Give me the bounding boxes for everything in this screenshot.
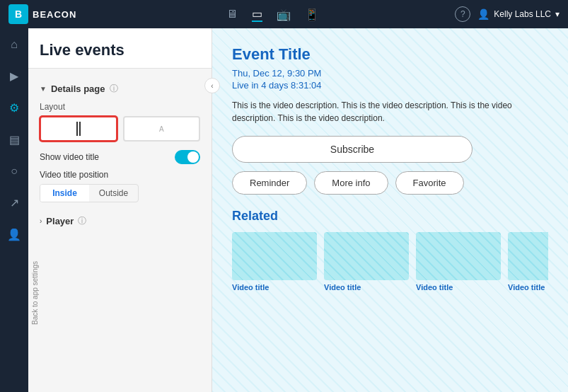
related-label-2: Video title bbox=[324, 283, 409, 292]
related-grid: Video title Video title Video title Vide… bbox=[232, 232, 548, 292]
details-section-label: Details page bbox=[51, 83, 105, 94]
sidebar-video[interactable]: ▶ bbox=[7, 67, 21, 86]
settings-panel: Live events ‹ ▼ Details page ⓘ Layout A bbox=[28, 28, 212, 392]
show-video-title-row: Show video title bbox=[40, 150, 200, 164]
sidebar-circle[interactable]: ○ bbox=[8, 162, 21, 180]
details-info-icon: ⓘ bbox=[110, 83, 118, 95]
top-nav: B BEACON 🖥 ▭ 📺 📱 ? 👤 Kelly Labs LLC ▾ bbox=[0, 0, 568, 28]
position-tab-outside[interactable]: Outside bbox=[89, 185, 138, 202]
main-layout: ⌂ ▶ ⚙ ▤ ○ ↗ 👤 Live events ‹ ▼ Details pa… bbox=[0, 28, 568, 392]
back-to-app-label[interactable]: Back to app settings bbox=[28, 257, 42, 329]
event-date: Thu, Dec 12, 9:30 PM bbox=[232, 68, 548, 79]
sidebar-settings[interactable]: ⚙ bbox=[6, 98, 22, 117]
help-button[interactable]: ? bbox=[455, 6, 470, 22]
related-label-1: Video title bbox=[232, 283, 317, 292]
sidebar-person[interactable]: 👤 bbox=[4, 225, 24, 244]
user-menu[interactable]: 👤 Kelly Labs LLC ▾ bbox=[477, 8, 560, 20]
details-section-header[interactable]: ▼ Details page ⓘ bbox=[40, 83, 200, 95]
player-label: Player bbox=[46, 216, 74, 226]
favorite-button[interactable]: Favorite bbox=[395, 171, 464, 195]
preview-area: Event Title Thu, Dec 12, 9:30 PM Live in… bbox=[212, 28, 568, 392]
related-card-3: Video title bbox=[416, 232, 501, 292]
sidebar-calendar[interactable]: ▤ bbox=[6, 130, 23, 149]
related-card-1: Video title bbox=[232, 232, 317, 292]
related-thumb-4 bbox=[508, 232, 548, 280]
logo-text: BEACON bbox=[33, 9, 76, 20]
page-title: Live events bbox=[28, 28, 211, 69]
event-countdown: Live in 4 days 8:31:04 bbox=[232, 80, 548, 91]
settings-content: ▼ Details page ⓘ Layout A Show video tit… bbox=[28, 69, 211, 392]
player-section: › Player ⓘ bbox=[28, 209, 211, 233]
show-video-title-label: Show video title bbox=[40, 152, 99, 162]
player-info-icon: ⓘ bbox=[78, 215, 86, 227]
nav-right: ? 👤 Kelly Labs LLC ▾ bbox=[455, 6, 560, 22]
monitor-icon[interactable]: 🖥 bbox=[226, 8, 238, 21]
video-title-position-label: Video title position bbox=[40, 170, 200, 180]
details-arrow-icon: ▼ bbox=[40, 85, 47, 93]
related-label-3: Video title bbox=[416, 283, 501, 292]
event-title: Event Title bbox=[232, 45, 548, 64]
layout-options: A bbox=[40, 116, 200, 142]
user-label: Kelly Labs LLC bbox=[494, 9, 551, 19]
player-arrow-icon: › bbox=[40, 217, 42, 225]
user-icon: 👤 bbox=[477, 8, 489, 20]
logo-icon: B bbox=[8, 4, 28, 24]
tv-icon[interactable]: 📺 bbox=[277, 8, 291, 21]
related-card-2: Video title bbox=[324, 232, 409, 292]
layout-label: Layout bbox=[40, 102, 200, 112]
tablet-icon[interactable]: ▭ bbox=[252, 7, 262, 22]
app-logo[interactable]: B BEACON bbox=[8, 4, 76, 24]
related-label-4: Video title bbox=[508, 283, 548, 292]
dropdown-arrow: ▾ bbox=[555, 9, 560, 19]
related-thumb-2 bbox=[324, 232, 409, 280]
details-section: ▼ Details page ⓘ Layout A Show video tit… bbox=[28, 76, 211, 209]
position-tab-inside[interactable]: Inside bbox=[40, 185, 89, 202]
collapse-button[interactable]: ‹ bbox=[204, 78, 220, 93]
sidebar-home[interactable]: ⌂ bbox=[8, 35, 21, 54]
layout-option-2[interactable]: A bbox=[123, 116, 201, 142]
layout-bar-2 bbox=[79, 122, 81, 136]
related-card-4: Video title bbox=[508, 232, 548, 292]
action-buttons: Reminder More info Favorite bbox=[232, 171, 548, 195]
layout-option-1[interactable] bbox=[40, 116, 117, 142]
more-info-button[interactable]: More info bbox=[314, 171, 388, 195]
player-header[interactable]: › Player ⓘ bbox=[40, 215, 200, 227]
layout-bar-1 bbox=[76, 122, 78, 136]
related-thumb-3 bbox=[416, 232, 501, 280]
phone-icon[interactable]: 📱 bbox=[305, 8, 319, 21]
icon-sidebar: ⌂ ▶ ⚙ ▤ ○ ↗ 👤 bbox=[0, 28, 28, 392]
event-description: This is the video description. This is t… bbox=[232, 99, 548, 125]
subscribe-button[interactable]: Subscribe bbox=[232, 136, 473, 163]
show-video-title-toggle[interactable] bbox=[175, 150, 200, 164]
nav-center: 🖥 ▭ 📺 📱 bbox=[91, 7, 455, 22]
related-thumb-1 bbox=[232, 232, 317, 280]
reminder-button[interactable]: Reminder bbox=[232, 171, 307, 195]
sidebar-share[interactable]: ↗ bbox=[7, 193, 22, 212]
position-tabs: Inside Outside bbox=[40, 184, 139, 202]
related-title: Related bbox=[232, 209, 548, 224]
